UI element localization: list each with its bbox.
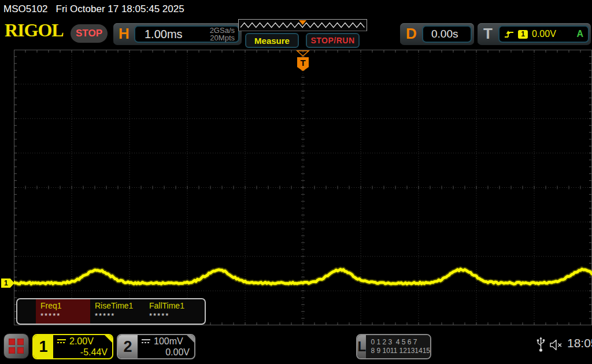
delay-label: D [406,25,417,43]
channel2-status-button[interactable]: 2 100mV 0.00V [117,334,195,359]
channel2-offset: 0.00V [141,347,190,358]
horizontal-label: H [119,25,130,43]
delay-value: 0.00s [431,28,458,40]
quick-menu-button[interactable] [3,333,29,359]
trigger-settings-button[interactable]: T 1 0.00V A [478,23,591,45]
trigger-source-badge: 1 [518,30,528,39]
graticule-area: T [14,50,592,325]
horizontal-settings-button[interactable]: H 1.00ms 2GSa/s 20Mpts [113,23,242,45]
speaker-muted-icon [549,339,563,351]
svg-text:T: T [300,58,305,68]
status-bar: MSO5102 Fri October 17 18:05:45 2025 [0,0,592,18]
channel1-offset: -5.44V [57,347,108,358]
channel2-number: 2 [118,335,138,358]
trigger-mode-auto: A [576,29,583,39]
grid-and-waveform: T [14,50,592,325]
channel1-corner-notch [105,335,112,343]
bottom-bar: 1 2.00V -5.44V 2 [0,329,592,364]
dc-coupling-icon [141,338,151,344]
usb-icon [536,337,545,353]
oscilloscope-screen: MSO5102 Fri October 17 18:05:45 2025 RIG… [0,0,592,364]
run-state-indicator[interactable]: STOP [71,24,108,43]
datetime-text: Fri October 17 18:05:45 2025 [56,3,184,15]
logic-label: L [357,335,366,358]
delay-settings-button[interactable]: D 0.00s [400,23,474,45]
model-name: MSO5102 [3,3,48,15]
logic-channel-numbers: 0 1 2 3 4 5 6 7 8 9 1011 12131415 [366,335,430,358]
clock-text: 18:05 [567,336,592,350]
trigger-slope-rising-icon [504,30,514,39]
measurement-item-falltime1[interactable]: FallTime1 ***** [145,299,199,324]
timebase-value: 1.00ms [145,28,183,41]
measurement-panel[interactable]: Freq1 ***** RiseTime1 ***** FallTime1 **… [16,298,206,325]
waveform-overview-strip[interactable] [238,19,367,31]
measure-button[interactable]: Measure [245,33,299,48]
trigger-level-value: 0.00V [532,29,556,39]
toolbar: RIGOL STOP H 1.00ms 2GSa/s 20Mpts Measur… [0,18,592,50]
channel1-number: 1 [34,335,53,358]
channel1-status-button[interactable]: 1 2.00V -5.44V [32,334,113,359]
dc-coupling-icon [57,338,66,344]
menu-grid-icon [9,339,24,354]
sample-rate-memdepth: 2GSa/s 20Mpts [210,27,235,42]
measurement-item-risetime1[interactable]: RiseTime1 ***** [90,299,145,324]
measurement-item-freq1[interactable]: Freq1 ***** [36,299,90,324]
channel2-corner-notch [187,335,194,343]
trigger-label: T [483,25,493,43]
channel1-offset-marker[interactable]: 1 [1,278,14,288]
logic-channels-button[interactable]: L 0 1 2 3 4 5 6 7 8 9 1011 12131415 [356,334,431,359]
overview-zigzag-icon [239,20,367,31]
channel1-scale: 2.00V [69,336,94,347]
stop-run-button[interactable]: STOP/RUN [306,33,360,48]
rigol-logo: RIGOL [5,20,64,41]
channel2-scale: 100mV [154,336,183,347]
